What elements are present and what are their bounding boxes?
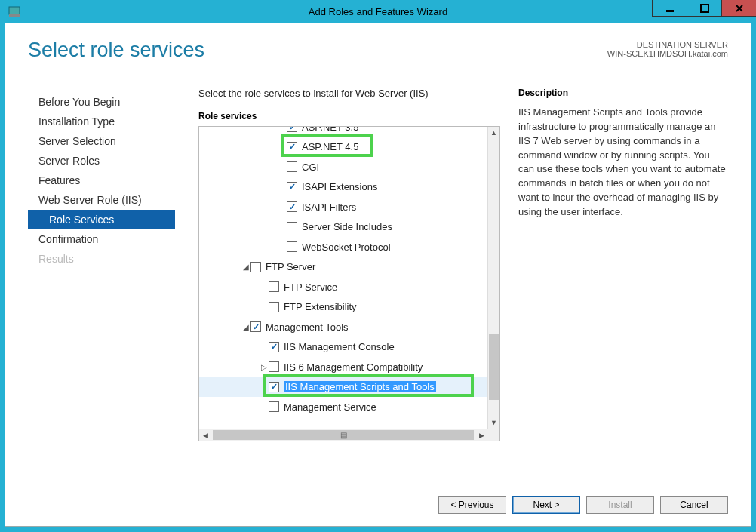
tree-row[interactable]: ISAPI Extensions [199,177,487,198]
nav-item-results: Results [28,249,175,269]
tree-row[interactable]: ◢FTP Server [199,257,487,278]
app-icon [8,5,21,18]
checkbox[interactable] [287,201,297,212]
tree-row[interactable]: FTP Service [199,277,487,297]
tree-item-label: Management Service [284,401,376,413]
expand-icon[interactable]: ▷ [260,363,269,371]
window-title: Add Roles and Features Wizard [0,6,756,17]
minimize-button[interactable] [652,0,687,17]
nav-item-installation-type[interactable]: Installation Type [28,112,175,131]
tree-item-label: ISAPI Extensions [302,181,377,192]
tree-row[interactable]: FTP Extensibility [199,297,487,318]
checkbox[interactable] [287,161,297,172]
vertical-scrollbar[interactable]: ▲ ▼ [487,127,499,429]
scroll-left-button[interactable]: ◀ [199,429,211,441]
wizard-button-row: < Previous Next > Install Cancel [438,496,728,514]
checkbox[interactable] [287,127,297,132]
destination-server: DESTINATION SERVER WIN-SCEK1HMDSOH.katai… [607,40,728,58]
titlebar[interactable]: Add Roles and Features Wizard [0,0,756,23]
role-services-tree[interactable]: ASP.NET 3.5ASP.NET 4.5CGIISAPI Extension… [199,127,487,429]
checkbox[interactable] [287,241,297,252]
tree-row[interactable]: CGI [199,157,487,177]
checkbox[interactable] [287,182,297,192]
next-button[interactable]: Next > [512,496,580,514]
checkbox[interactable] [269,342,279,352]
svg-rect-2 [666,10,674,12]
checkbox[interactable] [269,382,279,392]
tree-row[interactable]: ASP.NET 3.5 [199,127,487,137]
nav-divider [183,88,183,472]
svg-rect-1 [9,14,20,17]
checkbox[interactable] [269,281,279,292]
nav-item-confirmation[interactable]: Confirmation [28,229,175,249]
nav-item-before-you-begin[interactable]: Before You Begin [28,92,175,112]
svg-rect-3 [701,5,708,12]
tree-row[interactable]: Management Service [199,397,487,417]
nav-item-server-selection[interactable]: Server Selection [28,131,175,151]
horizontal-scrollbar[interactable]: ◀ ▤ ▶ [199,429,487,441]
wizard-nav: Before You BeginInstallation TypeServer … [28,88,175,472]
tree-item-label: IIS 6 Management Compatibility [284,361,423,373]
tree-row[interactable]: ◢Management Tools [199,317,487,337]
scroll-right-button[interactable]: ▶ [475,429,487,441]
collapse-icon[interactable]: ◢ [241,263,250,271]
tree-item-label: WebSocket Protocol [302,241,391,253]
tree-item-label: FTP Server [266,261,315,272]
tree-row[interactable]: Server Side Includes [199,217,487,238]
previous-button[interactable]: < Previous [438,496,506,514]
svg-rect-0 [9,7,20,14]
nav-item-server-roles[interactable]: Server Roles [28,151,175,171]
checkbox[interactable] [250,321,261,332]
tree-item-label: IIS Management Console [284,341,395,352]
tree-row[interactable]: ISAPI Filters [199,197,487,217]
cancel-button[interactable]: Cancel [660,496,728,514]
tree-row[interactable]: WebSocket Protocol [199,237,487,257]
install-button[interactable]: Install [586,496,654,514]
description-title: Description [518,88,728,98]
tree-item-label: FTP Service [284,281,337,293]
tree-item-label: ISAPI Filters [302,201,356,213]
instruction-text: Select the role services to install for … [198,88,500,99]
tree-item-label: IIS Management Scripts and Tools [284,381,436,392]
checkbox[interactable] [269,361,279,372]
collapse-icon[interactable]: ◢ [241,323,250,331]
tree-item-label: ASP.NET 3.5 [302,127,358,133]
tree-row[interactable]: IIS Management Console [199,337,487,358]
checkbox[interactable] [269,401,279,412]
checkbox[interactable] [287,142,297,152]
checkbox[interactable] [250,262,261,272]
maximize-button[interactable] [687,0,721,17]
destination-server-label: DESTINATION SERVER [607,40,728,49]
tree-item-label: Server Side Includes [302,221,392,232]
scroll-down-button[interactable]: ▼ [488,417,499,429]
checkbox[interactable] [287,222,297,232]
nav-item-role-services[interactable]: Role Services [28,210,175,229]
role-services-label: Role services [198,111,500,121]
tree-row[interactable]: ▷IIS 6 Management Compatibility [199,357,487,377]
description-text: IIS Management Scripts and Tools provide… [518,106,728,220]
window-body: Select role services DESTINATION SERVER … [5,23,751,527]
destination-server-value: WIN-SCEK1HMDSOH.katai.com [607,49,728,58]
scroll-up-button[interactable]: ▲ [488,127,499,139]
tree-item-label: CGI [302,161,319,173]
horizontal-scroll-thumb[interactable]: ▤ [213,430,474,440]
role-services-tree-container: ASP.NET 3.5ASP.NET 4.5CGIISAPI Extension… [198,126,500,441]
tree-row[interactable]: ASP.NET 4.5 [199,137,487,158]
nav-item-web-server-role-iis-[interactable]: Web Server Role (IIS) [28,190,175,210]
checkbox[interactable] [269,302,279,312]
tree-row[interactable]: IIS Management Scripts and Tools [199,377,487,398]
tree-item-label: FTP Extensibility [284,301,357,312]
vertical-scroll-thumb[interactable] [489,334,499,400]
nav-item-features[interactable]: Features [28,171,175,190]
close-button[interactable] [721,0,756,17]
vertical-scroll-track[interactable] [488,139,499,417]
tree-item-label: Management Tools [266,321,349,333]
tree-item-label: ASP.NET 4.5 [302,141,358,152]
scrollbar-corner [487,429,499,441]
